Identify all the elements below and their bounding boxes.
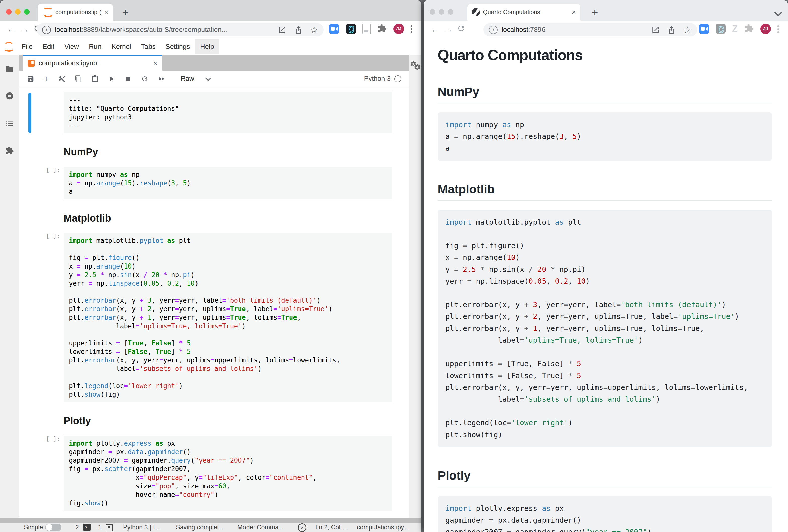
simple-mode-label[interactable]: Simple	[24, 524, 43, 531]
property-inspector-gears-icon[interactable]	[410, 61, 420, 70]
zoom-extension-icon[interactable]	[329, 24, 339, 34]
site-info-icon[interactable]: i	[42, 26, 51, 34]
file-browser-icon[interactable]	[5, 65, 14, 73]
tab-close-icon[interactable]: ×	[104, 8, 109, 16]
raw-cell-row[interactable]: ---title: "Quarto Computations"jupyter: …	[19, 92, 409, 134]
markdown-heading-numpy[interactable]: NumPy	[19, 146, 409, 158]
open-in-new-icon[interactable]	[651, 26, 660, 34]
new-tab-button[interactable]: +	[122, 6, 129, 19]
tab-close-icon[interactable]: ×	[571, 8, 576, 16]
saving-status: Saving complet...	[176, 524, 224, 531]
profile-avatar[interactable]: JJ	[394, 24, 404, 34]
code-cell-numpy[interactable]: import numpy as npa = np.arange(15).resh…	[63, 167, 392, 200]
url-text[interactable]: localhost:7896	[501, 26, 648, 34]
section-rule	[438, 200, 772, 201]
omnibox[interactable]: i localhost:7896 ☆	[484, 23, 697, 36]
menu-settings[interactable]: Settings	[161, 39, 195, 54]
code-cell-numpy-row[interactable]: [ ]: import numpy as npa = np.arange(15)…	[19, 167, 409, 200]
traffic-close-button[interactable]	[430, 9, 435, 15]
section-heading-plotly: Plotly	[438, 469, 772, 483]
omnibox[interactable]: i localhost:8889/lab/workspaces/auto-S/t…	[37, 23, 323, 36]
browser-tab-quarto[interactable]: Quarto Computations ×	[467, 3, 580, 21]
share-icon[interactable]	[294, 26, 302, 34]
zoom-extension-icon[interactable]	[699, 24, 709, 34]
cell-prompt: [ ]:	[46, 163, 63, 173]
cut-cell-button[interactable]	[58, 75, 65, 83]
markdown-heading-plotly[interactable]: Plotly	[19, 415, 409, 427]
section-rule	[438, 103, 772, 103]
traffic-zoom-button[interactable]	[24, 9, 29, 15]
running-kernels-icon[interactable]	[5, 92, 14, 100]
menu-view[interactable]: View	[59, 39, 84, 54]
simple-mode-toggle[interactable]	[45, 524, 61, 531]
jupyterlab-browser-window: computations.ip (auto-S) - Jup × + ← → i…	[0, 0, 421, 532]
menu-tabs[interactable]: Tabs	[136, 39, 161, 54]
line-col-indicator[interactable]: Ln 2, Col ...	[315, 524, 348, 531]
menu-help[interactable]: Help	[195, 39, 219, 54]
traffic-minimize-button[interactable]	[15, 9, 21, 15]
save-button[interactable]	[27, 75, 35, 83]
interrupt-kernel-button[interactable]	[124, 75, 132, 83]
menu-file[interactable]: File	[17, 39, 38, 54]
new-tab-button[interactable]: +	[591, 6, 598, 19]
react-devtools-extension-icon[interactable]	[346, 24, 356, 34]
notebook-panel: ---title: "Quarto Computations"jupyter: …	[19, 87, 409, 518]
notes-extension-icon[interactable]	[362, 24, 371, 34]
extensions-puzzle-icon[interactable]	[377, 24, 387, 34]
code-cell-matplotlib[interactable]: import matplotlib.pyplot as plt fig = pl…	[63, 233, 392, 402]
z-extension-icon[interactable]: Z	[732, 24, 738, 34]
paste-cell-button[interactable]	[91, 75, 99, 83]
reload-icon[interactable]	[457, 24, 465, 33]
bookmark-star-icon[interactable]: ☆	[684, 25, 691, 35]
forward-icon[interactable]: →	[20, 24, 29, 35]
traffic-close-button[interactable]	[6, 9, 12, 15]
copy-cell-button[interactable]	[75, 75, 82, 83]
notebook-tab[interactable]: computations.ipynb ×	[23, 55, 162, 70]
kernel-state[interactable]: Python 3 | I...	[123, 524, 160, 531]
code-cell-plotly[interactable]: import plotly.express as pxgapminder = p…	[63, 435, 392, 511]
restart-kernel-button[interactable]	[141, 75, 149, 83]
url-text[interactable]: localhost:8889/lab/workspaces/auto-S/tre…	[55, 26, 275, 34]
kernels-count[interactable]: 1	[98, 524, 101, 531]
back-icon[interactable]: ←	[431, 24, 440, 35]
open-in-new-icon[interactable]	[278, 26, 287, 34]
terminal-icon[interactable]: $_	[83, 524, 91, 531]
raw-cell-editor[interactable]: ---title: "Quarto Computations"jupyter: …	[63, 92, 392, 134]
menu-kernel[interactable]: Kernel	[106, 39, 136, 54]
code-block-numpy: import numpy as npa = np.arange(15).resh…	[438, 112, 772, 161]
table-of-contents-icon[interactable]	[5, 119, 14, 127]
site-info-icon[interactable]: i	[489, 26, 497, 34]
browser-tab-jupyter[interactable]: computations.ip (auto-S) - Jup ×	[38, 3, 113, 21]
react-devtools-extension-icon[interactable]	[716, 24, 726, 34]
add-cell-button[interactable]: +	[43, 75, 49, 83]
mode-indicator[interactable]: Mode: Comma...	[237, 524, 284, 531]
restart-run-all-button[interactable]	[158, 75, 165, 83]
share-icon[interactable]	[667, 26, 676, 34]
address-bar: ← → i localhost:7896 ☆ Z JJ	[423, 21, 788, 39]
kernel-indicator[interactable]: Python 3	[364, 75, 401, 83]
menu-run[interactable]: Run	[84, 39, 106, 54]
forward-icon[interactable]: →	[444, 24, 453, 35]
extension-manager-icon[interactable]	[5, 146, 14, 155]
cell-type-dropdown[interactable]: Raw	[181, 75, 209, 83]
chrome-menu-icon[interactable]	[411, 25, 412, 27]
menu-edit[interactable]: Edit	[38, 39, 60, 54]
bookmark-star-icon[interactable]: ☆	[310, 25, 318, 35]
chrome-menu-icon[interactable]	[777, 25, 779, 27]
kernel-chip-icon[interactable]	[105, 524, 113, 532]
terminals-count[interactable]: 2	[75, 524, 79, 531]
code-cell-plotly-row[interactable]: [ ]: import plotly.express as pxgapminde…	[19, 435, 409, 511]
cell-prompt: [ ]:	[46, 431, 63, 442]
extensions-puzzle-icon[interactable]	[744, 24, 754, 34]
traffic-zoom-button[interactable]	[448, 9, 453, 15]
trust-shield-icon[interactable]: ×	[298, 524, 306, 532]
notebook-tab-close-icon[interactable]: ×	[153, 60, 157, 67]
run-cell-button[interactable]	[108, 75, 115, 83]
tab-search-chevron-icon[interactable]	[774, 8, 782, 16]
tab-title: Quarto Computations	[483, 8, 568, 16]
profile-avatar[interactable]: JJ	[760, 24, 771, 34]
traffic-minimize-button[interactable]	[439, 9, 444, 15]
markdown-heading-matplotlib[interactable]: Matplotlib	[19, 212, 409, 224]
code-cell-matplotlib-row[interactable]: [ ]: import matplotlib.pyplot as plt fig…	[19, 233, 409, 402]
back-icon[interactable]: ←	[7, 24, 16, 35]
